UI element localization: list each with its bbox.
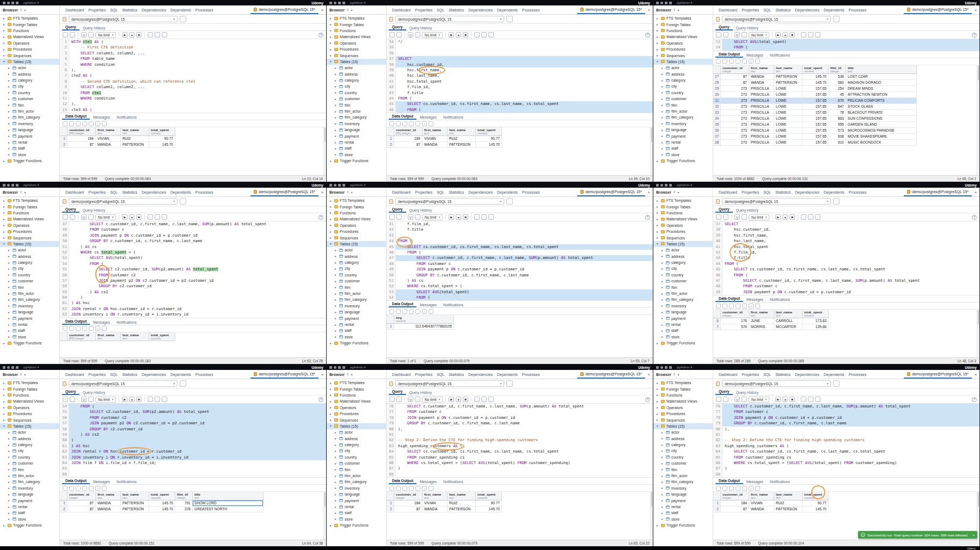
code-line[interactable]: 58 GROUP BY c2.customer_id xyxy=(60,427,326,432)
open-file-icon[interactable] xyxy=(63,214,68,220)
cell-first_name[interactable]: WANDA xyxy=(96,142,121,148)
tree-item-sequences[interactable]: ▸Sequences xyxy=(327,52,386,58)
tree-item-sequences[interactable]: ▸Sequences xyxy=(0,52,59,58)
query-tool-tab[interactable]: demo/postgres@PostgreSQL 15* xyxy=(577,5,645,14)
menu-tab-dashboard[interactable]: Dashboard xyxy=(63,8,86,12)
code-line[interactable]: 7cte2 AS ( xyxy=(60,73,326,78)
tree-item-film-actor[interactable]: ▸film_actor xyxy=(653,108,713,114)
tree-item-inventory[interactable]: ▸inventory xyxy=(327,485,386,491)
tree-item-film[interactable]: ▸film xyxy=(653,466,713,472)
tree-item-city[interactable]: ▸city xyxy=(653,265,713,271)
tree-collapse-icon[interactable]: ▸ xyxy=(335,249,338,252)
cell-customer_id[interactable]: 87 xyxy=(721,74,749,80)
tree-item-language[interactable]: ▸language xyxy=(653,491,713,497)
cell-last_name[interactable]: CARROLL xyxy=(774,318,803,324)
tree-item-trigger-functions[interactable]: ▸Trigger Functions xyxy=(327,158,386,164)
menu-tab-properties[interactable]: Properties xyxy=(739,190,761,194)
code-line[interactable]: 36 xyxy=(387,51,653,56)
tree-collapse-icon[interactable]: ▸ xyxy=(8,431,11,434)
tab-messages[interactable]: Messages xyxy=(90,320,113,325)
row-number[interactable]: 2 xyxy=(60,142,68,148)
column-header-total_spent[interactable]: total_spentnumeric xyxy=(149,492,175,500)
menu-tab-dependencies[interactable]: Dependencies xyxy=(139,373,168,376)
download-csv-icon[interactable]: ↓ xyxy=(95,486,100,491)
tree-collapse-icon[interactable]: ▸ xyxy=(335,66,338,70)
cell-total_spent[interactable]: 157.65 xyxy=(803,98,829,104)
menu-icon[interactable]: ≡ xyxy=(673,373,676,376)
tree-item-customer[interactable]: ▸customer xyxy=(327,96,386,102)
tree-item-foreign-tables[interactable]: ▸Foreign Tables xyxy=(327,203,386,209)
tree-item-film[interactable]: ▸film xyxy=(327,466,386,472)
tree-item-rental[interactable]: ▸rental xyxy=(0,322,59,327)
edit-icon[interactable] xyxy=(148,214,153,220)
cell-first_name[interactable]: PRISCILLA xyxy=(749,86,774,92)
table-row[interactable]: 1184VIVIANRUIZ90.77 xyxy=(713,500,979,506)
tree-collapse-icon[interactable]: ▸ xyxy=(657,387,659,391)
cell-last_name[interactable]: MCCARTER xyxy=(774,324,803,330)
tree-item-city[interactable]: ▸city xyxy=(327,83,386,89)
execute-button[interactable]: ▶ xyxy=(775,397,781,402)
tree-item-language[interactable]: ▸language xyxy=(327,491,386,497)
tree-collapse-icon[interactable]: ▸ xyxy=(335,474,338,478)
menu-tab-processes[interactable]: Processes xyxy=(520,373,542,376)
code-line[interactable]: 3 SELECT column1, column2, ... xyxy=(60,51,326,56)
tree-item-actor[interactable]: ▸actor xyxy=(327,429,386,435)
terminal-icon[interactable] xyxy=(342,366,345,369)
macro-icon[interactable] xyxy=(488,32,494,38)
query-tool-tab[interactable]: demo/postgres@PostgreSQL 15* xyxy=(904,188,972,196)
help-icon[interactable]: ? xyxy=(972,215,977,220)
table-row[interactable]: 1184VIVIANRUIZ90.77 xyxy=(387,136,653,142)
app-launcher-icon[interactable] xyxy=(329,366,332,369)
execute-options-icon[interactable]: ▾ xyxy=(129,397,134,402)
code-line[interactable]: 45 SELECT cs.customer_id, cs.first_name,… xyxy=(387,101,653,107)
stop-button[interactable]: ■ xyxy=(463,32,468,38)
cell-total_spent[interactable]: 145.70 xyxy=(149,500,175,506)
copy-icon[interactable] xyxy=(722,304,727,308)
copy-icon[interactable] xyxy=(69,486,74,491)
tree-collapse-icon[interactable]: ▸ xyxy=(3,218,6,221)
tree-collapse-icon[interactable]: ▸ xyxy=(335,493,338,496)
column-header-first_name[interactable]: first_nametext xyxy=(422,127,448,136)
tab-messages[interactable]: Messages xyxy=(90,115,113,120)
save-data-icon[interactable] xyxy=(89,121,94,126)
tree-item-actor[interactable]: ▸actor xyxy=(653,429,713,435)
code-line[interactable]: 56 FROM customer c2 xyxy=(60,273,326,278)
tree-item-store[interactable]: ▸store xyxy=(0,516,59,522)
cell-first_name[interactable]: PRISCILLA xyxy=(749,92,774,98)
tree-collapse-icon[interactable]: ▸ xyxy=(335,280,338,283)
tree-item-city[interactable]: ▸city xyxy=(653,83,713,89)
cell-last_name[interactable]: RUIZ xyxy=(448,136,476,142)
close-tab-icon[interactable]: × xyxy=(645,8,653,13)
menu-tab-dashboard[interactable]: Dashboard xyxy=(63,373,86,376)
code-line[interactable]: 78 JOIN payment p ON c.customer_id = p.c… xyxy=(713,415,979,421)
tree-item-staff[interactable]: ▸staff xyxy=(327,510,386,516)
tree-item-materialized-views[interactable]: ▸Materialized Views xyxy=(0,34,59,40)
tree-collapse-icon[interactable]: ▸ xyxy=(8,505,11,509)
tree-collapse-icon[interactable]: ▸ xyxy=(330,54,333,57)
macro-icon[interactable] xyxy=(815,214,820,220)
copy-icon[interactable] xyxy=(722,486,727,491)
save-file-icon[interactable] xyxy=(723,32,728,38)
menu-tab-dashboard[interactable]: Dashboard xyxy=(390,373,413,376)
tree-collapse-icon[interactable]: ▸ xyxy=(661,443,664,447)
column-header-total_spent[interactable]: total_spentnumeric xyxy=(803,310,829,318)
code-line[interactable]: 79 GROUP BY c.customer_id, c.first_name,… xyxy=(713,421,979,426)
row-number[interactable]: 30 xyxy=(713,92,721,98)
stop-button[interactable]: ■ xyxy=(463,214,468,220)
tree-collapse-icon[interactable]: ▸ xyxy=(661,517,664,521)
system-menu-icon[interactable] xyxy=(334,184,336,187)
tree-item-materialized-views[interactable]: ▸Materialized Views xyxy=(327,34,386,40)
tree-collapse-icon[interactable]: ▸ xyxy=(8,261,11,264)
new-connection-button[interactable] xyxy=(833,380,840,387)
menu-tab-processes[interactable]: Processes xyxy=(520,190,542,194)
tree-item-film-actor[interactable]: ▸film_actor xyxy=(653,291,713,296)
tree-item-procedures[interactable]: ▸Procedures xyxy=(327,228,386,234)
tree-collapse-icon[interactable]: ▸ xyxy=(335,292,338,295)
tree-item-actor[interactable]: ▸actor xyxy=(653,247,713,253)
row-limit-select[interactable]: No limit ▾ xyxy=(422,397,443,403)
tree-collapse-icon[interactable]: ▸ xyxy=(657,218,659,221)
tree-collapse-icon[interactable]: ▸ xyxy=(3,54,6,57)
code-line[interactable]: 46 FROM ( xyxy=(387,107,653,113)
code-line[interactable]: 49 JOIN payment p ON c.customer_id = p.c… xyxy=(60,233,326,238)
code-line[interactable]: 60 ) xyxy=(60,295,326,300)
